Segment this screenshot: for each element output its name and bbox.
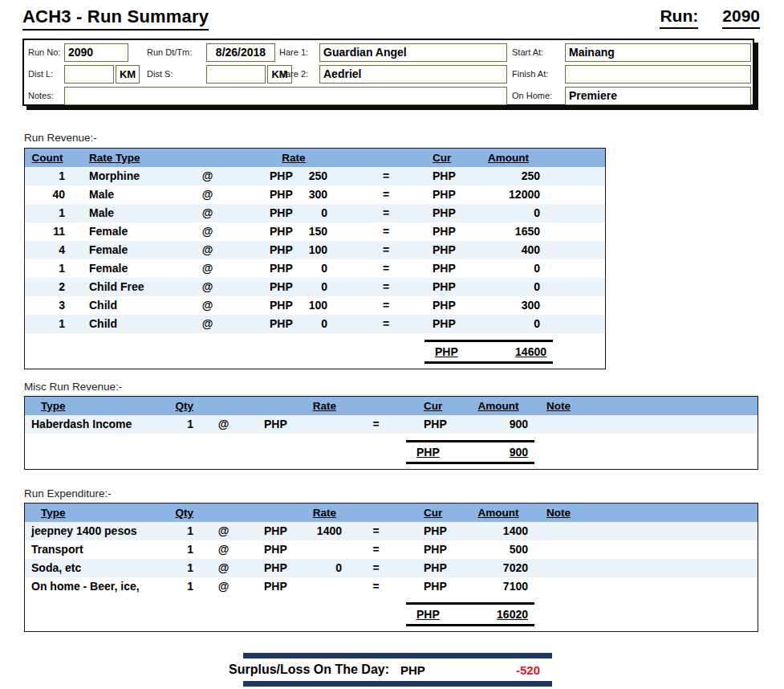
col-header-note: Note	[534, 397, 607, 415]
total-amount: 900	[510, 444, 528, 460]
rate-value: 0	[321, 315, 327, 333]
col-header-rate: Rate	[234, 149, 330, 167]
equals-symbol: =	[330, 315, 418, 333]
table-row: Haberdash Income 1 @ PHP = PHP 900	[25, 415, 758, 434]
finish-at-field[interactable]	[565, 65, 751, 84]
cell-currency: PHP	[406, 577, 462, 596]
cell-currency: PHP	[418, 204, 470, 222]
cell-count: 1	[25, 204, 75, 222]
cell-amount: 250	[470, 167, 546, 186]
cell-count: 1	[25, 315, 75, 333]
dist-l-unit-km: KM	[116, 65, 140, 84]
rate-value: 0	[335, 559, 342, 577]
cell-qty: 1	[157, 415, 197, 434]
cell-qty: 1	[157, 559, 197, 577]
col-header-amount: Amount	[470, 149, 546, 167]
rate-value: 150	[309, 222, 327, 241]
equals-symbol: =	[330, 204, 418, 222]
start-at-field[interactable]: Mainang	[565, 43, 751, 62]
cell-amount: 0	[470, 259, 546, 278]
cell-amount: 12000	[470, 186, 546, 204]
run-dttm-field[interactable]: 8/26/2018	[206, 43, 275, 62]
cell-count: 3	[25, 296, 75, 315]
cell-currency: PHP	[418, 315, 470, 333]
rate-currency: PHP	[264, 415, 287, 434]
run-header-form: Run No: 2090 Run Dt/Tm: 8/26/2018 Hare 1…	[22, 39, 754, 106]
rate-currency: PHP	[270, 278, 293, 296]
on-home-field[interactable]: Premiere	[565, 87, 751, 105]
surplus-top-bar	[243, 653, 552, 658]
run-number: 2090	[722, 6, 760, 29]
surplus-bottom-bar	[243, 681, 552, 687]
cell-rate: PHP	[250, 540, 346, 559]
run-expenditure-rows: jeepney 1400 pesos 1 @ PHP 1400 = PHP 14…	[25, 522, 758, 596]
total-amount: 14600	[515, 344, 546, 360]
col-header-qty: Qty	[157, 397, 197, 415]
notes-label: Notes:	[28, 91, 54, 100]
hare2-field[interactable]: Aedriel	[319, 65, 507, 84]
cell-amount: 400	[470, 241, 546, 259]
total-currency: PHP	[435, 344, 458, 360]
misc-revenue-total: PHP 900	[406, 440, 534, 464]
section-label-run-revenue: Run Revenue:-	[24, 132, 97, 144]
equals-symbol: =	[346, 540, 406, 559]
dist-s-field[interactable]	[206, 65, 266, 84]
misc-revenue-table: Type Qty Rate Cur Amount Note Haberdash …	[24, 396, 758, 470]
col-header-note: Note	[534, 503, 607, 522]
run-revenue-table: Count Rate Type Rate Cur Amount 1 Morphi…	[24, 148, 606, 369]
cell-rate: PHP	[250, 577, 346, 596]
dist-l-field[interactable]	[64, 65, 114, 84]
surplus-label: Surplus/Loss On The Day:	[229, 662, 389, 677]
table-row: 1 Child @ PHP 0 = PHP 0	[25, 315, 605, 333]
cell-currency: PHP	[418, 186, 470, 204]
at-symbol: @	[181, 204, 234, 222]
cell-currency: PHP	[418, 278, 470, 296]
col-header-type: Type	[25, 503, 157, 522]
cell-note	[534, 540, 607, 559]
rate-currency: PHP	[270, 222, 293, 241]
cell-amount: 7100	[462, 577, 534, 596]
notes-field[interactable]	[64, 87, 507, 105]
cell-note	[534, 415, 607, 434]
cell-count: 2	[25, 278, 75, 296]
cell-rate-type: Female	[75, 222, 181, 241]
cell-count: 1	[25, 167, 75, 186]
run-expenditure-header-row: Type Qty Rate Cur Amount Note	[25, 503, 758, 522]
run-revenue-header-row: Count Rate Type Rate Cur Amount	[25, 149, 605, 167]
table-row: 1 Female @ PHP 0 = PHP 0	[25, 259, 605, 278]
cell-rate: PHP 1400	[250, 522, 346, 540]
hare1-field[interactable]: Guardian Angel	[319, 43, 507, 62]
page-title: ACH3 - Run Summary	[22, 6, 209, 31]
table-row: 2 Child Free @ PHP 0 = PHP 0	[25, 278, 605, 296]
rate-currency: PHP	[264, 559, 287, 577]
title-bar: ACH3 - Run Summary Run: 2090	[22, 6, 760, 31]
table-row: 4 Female @ PHP 100 = PHP 400	[25, 241, 605, 259]
cell-amount: 0	[470, 204, 546, 222]
cell-type: Soda, etc	[25, 559, 157, 577]
cell-rate-type: Child Free	[75, 278, 181, 296]
run-label: Run:	[660, 6, 698, 29]
rate-currency: PHP	[264, 522, 287, 540]
misc-revenue-header-row: Type Qty Rate Cur Amount Note	[25, 397, 758, 415]
at-symbol: @	[197, 415, 250, 434]
cell-rate-type: Morphine	[75, 167, 181, 186]
section-label-misc-revenue: Misc Run Revenue:-	[24, 381, 122, 393]
cell-amount: 500	[462, 540, 534, 559]
cell-amount: 0	[470, 315, 546, 333]
at-symbol: @	[181, 315, 234, 333]
cell-type: Haberdash Income	[25, 415, 157, 434]
table-row: 11 Female @ PHP 150 = PHP 1650	[25, 222, 605, 241]
rate-value: 0	[321, 278, 327, 296]
col-header-amount: Amount	[462, 503, 534, 522]
equals-symbol: =	[330, 296, 418, 315]
rate-currency: PHP	[264, 577, 287, 596]
cell-rate: PHP 0	[250, 559, 346, 577]
run-no-field[interactable]: 2090	[64, 43, 128, 62]
cell-currency: PHP	[418, 296, 470, 315]
rate-currency: PHP	[270, 259, 293, 278]
rate-currency: PHP	[270, 315, 293, 333]
at-symbol: @	[181, 167, 234, 186]
cell-amount: 7020	[462, 559, 534, 577]
cell-note	[534, 522, 607, 540]
cell-currency: PHP	[418, 167, 470, 186]
